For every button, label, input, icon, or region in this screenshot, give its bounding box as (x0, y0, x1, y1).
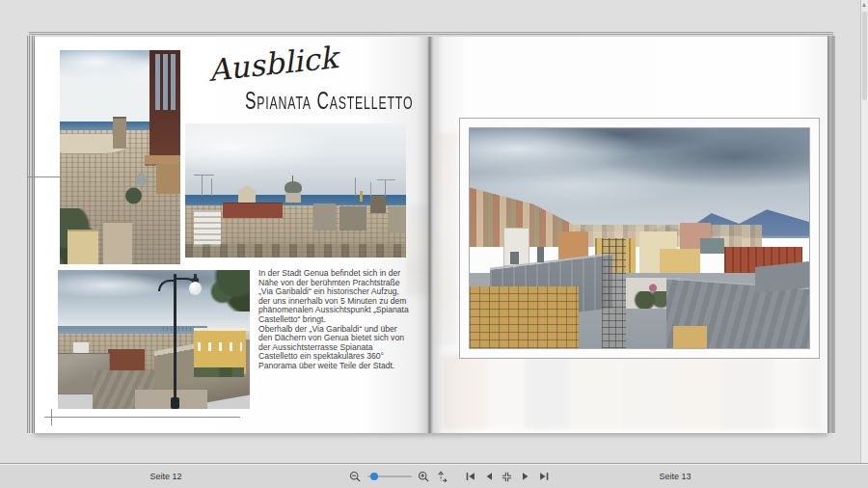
paragraph-2: Oberhalb der „Via Garibaldi“ und über de… (258, 325, 409, 371)
scrollbar-thumb[interactable] (862, 12, 867, 100)
fit-window-button[interactable] (500, 469, 514, 484)
lamp-globe (189, 282, 202, 295)
previous-page-button[interactable] (481, 469, 496, 484)
next-page-icon (520, 471, 531, 482)
photo-lantern-viewpoint[interactable] (58, 270, 250, 409)
paragraph-1: In der Stadt Genua befindet sich in der … (258, 269, 409, 325)
bottom-toolbar: Seite 12 Seite 13 (0, 463, 868, 488)
photo-genoa-rooftops (469, 127, 810, 349)
script-title: Ausblick (206, 40, 339, 88)
decor-line-top (27, 176, 60, 177)
left-page-number: Seite 12 (122, 472, 209, 481)
fit-window-icon (501, 471, 513, 483)
first-page-button[interactable] (463, 469, 477, 484)
last-page-button[interactable] (536, 469, 551, 484)
page-stack-edge-left (27, 36, 35, 433)
book-page-right[interactable] (430, 37, 827, 433)
next-page-button[interactable] (518, 469, 532, 484)
photo-book-viewer: Ausblick Spianata Castelletto (0, 0, 868, 488)
decor-tick (51, 409, 52, 425)
book-spread: Ausblick Spianata Castelletto (27, 32, 835, 439)
previous-page-icon (483, 471, 495, 482)
book-page-left[interactable]: Ausblick Spianata Castelletto (35, 37, 430, 433)
photo-genoa-panorama-sea[interactable] (185, 123, 406, 258)
zoom-slider[interactable] (367, 469, 412, 484)
lamp-post (174, 274, 176, 409)
page-ghost-decor (442, 355, 820, 430)
page-ghost-decor (407, 205, 430, 297)
photo-frame[interactable] (459, 118, 820, 359)
scrollbar-up-icon[interactable] (862, 3, 866, 7)
page-title: Spianata Castelletto (245, 87, 395, 115)
fit-page-icon (436, 471, 448, 483)
dome (285, 181, 302, 194)
right-page-number: Seite 13 (632, 472, 719, 481)
fit-page-button[interactable] (435, 469, 449, 484)
page-ghost-decor (436, 133, 457, 345)
last-page-icon (538, 471, 550, 482)
zoom-in-button[interactable] (417, 469, 431, 484)
zoom-slider-handle[interactable] (370, 473, 378, 480)
scaffolding (602, 238, 626, 348)
ochre-building-scaffold (470, 286, 579, 348)
right-scrollbar[interactable] (860, 0, 868, 463)
page-stack-edge-right (827, 36, 835, 433)
body-text: In der Stadt Genua befindet sich in der … (258, 269, 409, 371)
zoom-out-icon (349, 471, 362, 483)
first-page-icon (465, 471, 476, 482)
viewer-controls (348, 469, 551, 484)
photo-elevator-tower-city[interactable] (60, 50, 180, 264)
zoom-out-button[interactable] (348, 469, 363, 484)
zoom-in-icon (418, 471, 430, 483)
decor-line-bottom (44, 417, 240, 418)
